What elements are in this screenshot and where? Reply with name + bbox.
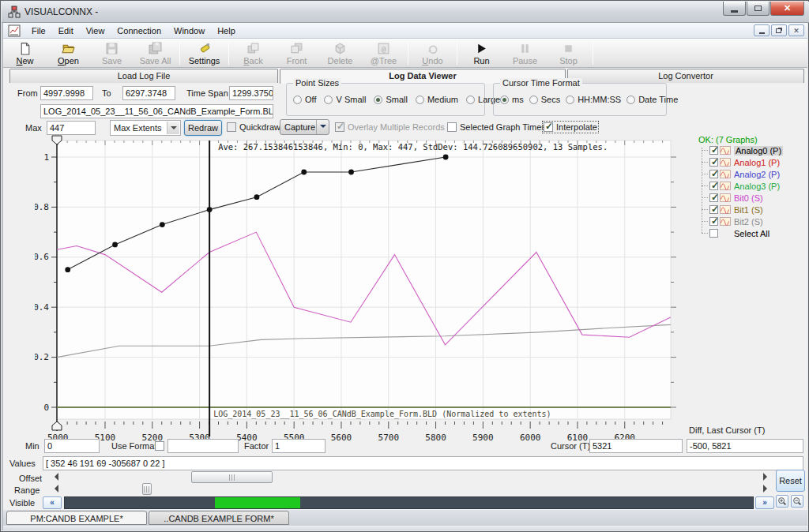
tab-log-convertor[interactable]: Log Convertor: [567, 69, 804, 83]
legend-checkbox[interactable]: [709, 205, 718, 214]
range-scroll-right-arrow[interactable]: [763, 485, 771, 493]
settings-toolbar-button[interactable]: Settings: [182, 39, 226, 67]
cursor-format-radio-hh-mm-ss[interactable]: HH:MM:SS: [566, 95, 621, 104]
point-size-radio-dot[interactable]: [466, 96, 475, 104]
legend-checkbox[interactable]: [709, 229, 718, 238]
tab-load-log-file[interactable]: Load Log File: [9, 69, 278, 83]
legend-checkbox[interactable]: [709, 182, 718, 190]
document-tab-pm-candb-example[interactable]: PM:CANDB EXAMPLE*: [6, 511, 147, 525]
interpolate-checkbox-box[interactable]: [544, 122, 553, 132]
format-field[interactable]: [167, 439, 239, 453]
menu-file[interactable]: File: [25, 24, 52, 37]
menu-help[interactable]: Help: [211, 24, 242, 37]
diff-field[interactable]: -500, 5821: [687, 439, 803, 453]
combo-dropdown-icon[interactable]: [167, 122, 179, 134]
min-field[interactable]: 0: [44, 439, 100, 453]
values-label: Values: [9, 459, 36, 468]
visible-scroll-left-button[interactable]: «: [43, 496, 62, 509]
open-toolbar-button[interactable]: Open: [47, 39, 90, 67]
menu-connection[interactable]: Connection: [111, 24, 167, 37]
point-size-radio-medium[interactable]: Medium: [416, 95, 458, 104]
interpolate-checkbox[interactable]: Interpolate: [544, 122, 597, 132]
factor-label: Factor: [244, 441, 269, 451]
cursor-format-radio-date-time[interactable]: Date Time: [627, 95, 678, 104]
legend-item-select-all[interactable]: Select All: [702, 227, 806, 239]
legend-item-analog1-p-[interactable]: Analog1 (P): [702, 156, 806, 168]
titlebar[interactable]: VISUALCONNX - ✕: [2, 2, 809, 23]
overlay-multiple-records-checkbox[interactable]: Overlay Multiple Records: [335, 122, 445, 132]
log-file-field[interactable]: LOG_2014_05_23__11_56_06_CANdB_Example_F…: [40, 104, 273, 118]
visible-scroll-right-button[interactable]: »: [755, 496, 774, 509]
use-format-checkbox[interactable]: [155, 441, 164, 451]
to-field[interactable]: 6297.3748: [122, 86, 175, 100]
point-size-radio-dot[interactable]: [293, 96, 302, 104]
point-size-radio-dot[interactable]: [374, 96, 382, 104]
mdi-close-button[interactable]: ✕: [788, 24, 804, 36]
legend-checkbox[interactable]: [709, 146, 718, 155]
cursor-t-field[interactable]: 5321: [589, 439, 683, 453]
zoom-out-button[interactable]: [791, 495, 803, 508]
run-toolbar-button[interactable]: Run: [460, 39, 503, 67]
from-field[interactable]: 4997.9998: [40, 86, 93, 100]
menu-window[interactable]: Window: [167, 24, 211, 37]
legend-item-bit1-s-[interactable]: Bit1 (S): [702, 204, 806, 215]
time-span-field[interactable]: 1299.3750: [229, 86, 273, 100]
legend-checkbox[interactable]: [709, 170, 718, 178]
minimize-button[interactable]: [723, 2, 746, 16]
capture-dropdown-icon[interactable]: [316, 120, 329, 134]
point-size-radio-dot[interactable]: [324, 96, 333, 104]
time-cursor-line[interactable]: [209, 140, 210, 436]
values-field[interactable]: [ 352 46 191 69 -305687 0 22 ]: [43, 456, 803, 470]
legend-item-bit2-s-[interactable]: Bit2 (S): [702, 215, 806, 227]
point-size-radio-small[interactable]: Small: [374, 95, 408, 104]
cursor-format-radio-dot[interactable]: [627, 96, 635, 104]
capture-button[interactable]: Capture: [280, 119, 329, 135]
point-size-radio-dot[interactable]: [416, 96, 424, 104]
mdi-minimize-button[interactable]: [754, 24, 769, 36]
extent-marker-bottom[interactable]: [52, 421, 62, 430]
graph-plot-area[interactable]: 00.20.40.60.8150005100520053005400550056…: [35, 135, 684, 447]
cursor-format-radio-dot[interactable]: [500, 96, 509, 104]
reset-button[interactable]: Reset: [776, 470, 805, 492]
factor-field[interactable]: 1: [272, 439, 325, 453]
legend-checkbox[interactable]: [709, 217, 718, 226]
redraw-button[interactable]: Redraw: [184, 120, 222, 136]
legend-item-analog2-p-[interactable]: Analog2 (P): [702, 168, 806, 180]
point-size-radio-v-small[interactable]: V Small: [324, 95, 366, 104]
series-marker: [160, 222, 165, 227]
range-scrollbar-thumb[interactable]: [142, 483, 152, 495]
menu-view[interactable]: View: [80, 24, 111, 37]
max-field[interactable]: 447: [47, 121, 96, 135]
visible-selection-segment[interactable]: [215, 497, 300, 508]
quickdraw-checkbox[interactable]: Quickdraw: [227, 122, 280, 132]
undo-toolbar-button: Undo: [411, 39, 454, 67]
range-scroll-left-arrow[interactable]: [51, 485, 58, 493]
offset-scrollbar-thumb[interactable]: [191, 471, 273, 483]
selected-times-checkbox-box[interactable]: [447, 122, 457, 132]
legend-item-analog0-p-[interactable]: Analog0 (P): [702, 144, 806, 156]
cursor-format-radio-ms[interactable]: ms: [500, 95, 524, 104]
interpolate-label: Interpolate: [556, 122, 597, 132]
visible-range-bar[interactable]: [64, 496, 754, 509]
extents-combobox[interactable]: Max Extents: [110, 120, 181, 136]
cursor-format-radio-secs[interactable]: Secs: [529, 95, 560, 104]
cursor-format-radio-dot[interactable]: [566, 96, 574, 104]
close-button[interactable]: ✕: [770, 2, 804, 16]
legend-item-bit0-s-[interactable]: Bit0 (S): [702, 192, 806, 204]
selected-graph-times-checkbox[interactable]: Selected Graph Times: [447, 122, 546, 132]
legend-checkbox[interactable]: [709, 193, 718, 202]
legend-checkbox[interactable]: [709, 158, 718, 167]
legend-item-analog3-p-[interactable]: Analog3 (P): [702, 180, 806, 192]
new-toolbar-button[interactable]: New: [3, 39, 47, 67]
mdi-restore-button[interactable]: [771, 24, 787, 36]
cursor-format-radio-dot[interactable]: [529, 96, 538, 104]
point-size-radio-off[interactable]: Off: [293, 95, 316, 104]
document-tab-candb-example-form[interactable]: ..CANDB EXAMPLE FORM*: [149, 511, 289, 525]
zoom-in-button[interactable]: [776, 495, 788, 508]
quickdraw-checkbox-box[interactable]: [227, 122, 236, 132]
offset-scroll-right-arrow[interactable]: [763, 473, 771, 481]
offset-scroll-left-arrow[interactable]: [51, 473, 58, 481]
maximize-button[interactable]: [747, 2, 769, 16]
overlay-checkbox-box[interactable]: [335, 122, 344, 132]
menu-edit[interactable]: Edit: [52, 24, 80, 37]
